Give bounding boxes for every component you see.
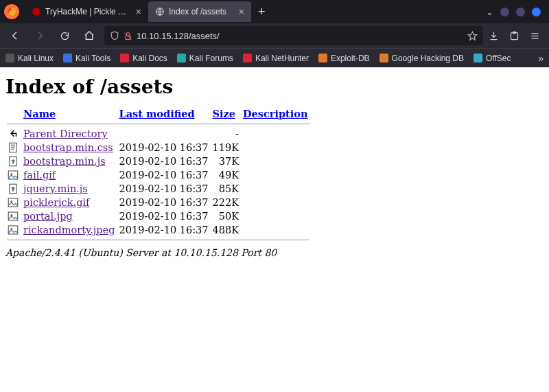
- file-size: 85K: [211, 182, 242, 196]
- svg-text:?: ?: [12, 186, 14, 192]
- window-maximize[interactable]: [516, 8, 525, 16]
- svg-rect-24: [8, 226, 18, 234]
- bookmark-item[interactable]: OffSec: [474, 54, 511, 63]
- bookmark-favicon-icon: [5, 54, 14, 62]
- new-tab-button[interactable]: +: [251, 5, 272, 19]
- bookmark-favicon-icon: [318, 54, 327, 62]
- file-size: 50K: [211, 209, 242, 223]
- file-link[interactable]: jquery.min.js: [23, 183, 88, 194]
- home-button[interactable]: [80, 26, 99, 45]
- file-desc: [242, 141, 312, 154]
- directory-listing: Name Last modified Size Description Pare…: [5, 106, 312, 243]
- tab-close-icon[interactable]: ×: [136, 6, 141, 17]
- table-row: ?jquery.min.js2019-02-10 16:3785K: [5, 182, 312, 196]
- tab-title: Index of /assets: [169, 7, 226, 16]
- bookmark-label: Kali NetHunter: [255, 54, 309, 63]
- file-link[interactable]: Parent Directory: [23, 128, 108, 139]
- file-type-icon: [7, 210, 19, 222]
- file-link[interactable]: bootstrap.min.css: [23, 142, 113, 153]
- file-link[interactable]: picklerick.gif: [23, 197, 89, 208]
- nav-toolbar: [0, 23, 549, 48]
- bookmark-item[interactable]: Kali Linux: [5, 54, 54, 63]
- file-desc: [242, 196, 312, 209]
- file-desc: [242, 127, 312, 141]
- reload-button[interactable]: [55, 26, 74, 45]
- file-modified: 2019-02-10 16:37: [118, 141, 211, 154]
- url-input[interactable]: [137, 31, 463, 41]
- extensions-icon[interactable]: [509, 31, 523, 41]
- file-type-icon: ?: [7, 155, 19, 168]
- menu-icon[interactable]: [530, 31, 544, 41]
- svg-rect-16: [8, 171, 18, 179]
- svg-rect-10: [10, 143, 17, 152]
- svg-point-1: [32, 8, 40, 16]
- col-size[interactable]: Size: [211, 106, 242, 121]
- bookmark-item[interactable]: Kali NetHunter: [243, 54, 309, 63]
- bookmark-favicon-icon: [379, 54, 388, 62]
- svg-rect-20: [8, 198, 18, 207]
- file-type-icon: ?: [7, 183, 19, 195]
- bookmark-item[interactable]: Exploit-DB: [318, 54, 370, 63]
- file-size: 49K: [211, 168, 242, 182]
- tab[interactable]: TryHackMe | Pickle Rick×: [25, 1, 148, 22]
- file-desc: [242, 168, 312, 182]
- bookmark-star-icon[interactable]: [467, 31, 478, 41]
- bookmark-label: OffSec: [486, 54, 511, 63]
- table-row: Parent Directory-: [5, 127, 312, 141]
- bookmark-item[interactable]: Kali Forums: [177, 54, 233, 63]
- insecure-lock-icon: [124, 32, 132, 41]
- tab-favicon-icon: [155, 7, 165, 16]
- file-type-icon: [7, 128, 19, 140]
- tab-overflow-icon[interactable]: ⌄: [486, 7, 493, 17]
- server-signature: Apache/2.4.41 (Ubuntu) Server at 10.10.1…: [5, 247, 544, 258]
- file-desc: [242, 223, 312, 237]
- forward-button[interactable]: [30, 26, 49, 45]
- col-modified[interactable]: Last modified: [118, 106, 211, 121]
- bookmark-label: Exploit-DB: [331, 54, 370, 63]
- bookmark-item[interactable]: Google Hacking DB: [379, 54, 464, 63]
- file-desc: [242, 154, 312, 168]
- file-modified: 2019-02-10 16:37: [118, 182, 211, 196]
- window-close[interactable]: [532, 8, 541, 16]
- file-link[interactable]: bootstrap.min.js: [23, 156, 106, 167]
- col-name[interactable]: Name: [22, 106, 118, 121]
- bookmark-label: Google Hacking DB: [392, 54, 464, 63]
- table-row: rickandmorty.jpeg2019-02-10 16:37488K: [5, 223, 312, 237]
- bookmark-favicon-icon: [474, 54, 482, 62]
- svg-rect-22: [8, 212, 18, 220]
- file-type-icon: [7, 169, 19, 181]
- table-row: picklerick.gif2019-02-10 16:37222K: [5, 196, 312, 209]
- tab[interactable]: Index of /assets×: [148, 1, 251, 22]
- bookmark-item[interactable]: Kali Docs: [120, 54, 167, 63]
- file-size: 119K: [211, 141, 242, 154]
- bookmarks-overflow-icon[interactable]: »: [538, 53, 544, 64]
- bookmark-label: Kali Docs: [132, 54, 167, 63]
- tab-close-icon[interactable]: ×: [239, 6, 244, 17]
- file-modified: 2019-02-10 16:37: [118, 154, 211, 168]
- tab-favicon-icon: [32, 7, 41, 16]
- page-content: Index of /assets Name Last modified Size…: [0, 67, 549, 264]
- file-link[interactable]: fail.gif: [23, 170, 56, 181]
- table-row: portal.jpg2019-02-10 16:3750K: [5, 209, 312, 223]
- shield-icon: [110, 31, 119, 41]
- bookmark-favicon-icon: [63, 54, 72, 62]
- file-link[interactable]: portal.jpg: [23, 211, 73, 222]
- col-desc[interactable]: Description: [242, 106, 312, 121]
- file-link[interactable]: rickandmorty.jpeg: [23, 224, 115, 235]
- file-size: 488K: [211, 223, 242, 237]
- window-minimize[interactable]: [500, 8, 509, 16]
- file-modified: [118, 127, 211, 141]
- file-modified: 2019-02-10 16:37: [118, 196, 211, 209]
- table-row: ?bootstrap.min.js2019-02-10 16:3737K: [5, 154, 312, 168]
- bookmark-label: Kali Forums: [189, 54, 233, 63]
- url-bar[interactable]: [104, 26, 483, 45]
- file-size: 37K: [211, 154, 242, 168]
- svg-text:?: ?: [12, 159, 14, 165]
- file-modified: 2019-02-10 16:37: [118, 209, 211, 223]
- file-desc: [242, 182, 312, 196]
- firefox-icon: [4, 4, 19, 19]
- file-type-icon: [7, 141, 19, 154]
- back-button[interactable]: [5, 26, 25, 45]
- downloads-icon[interactable]: [489, 31, 502, 41]
- bookmark-item[interactable]: Kali Tools: [63, 54, 110, 63]
